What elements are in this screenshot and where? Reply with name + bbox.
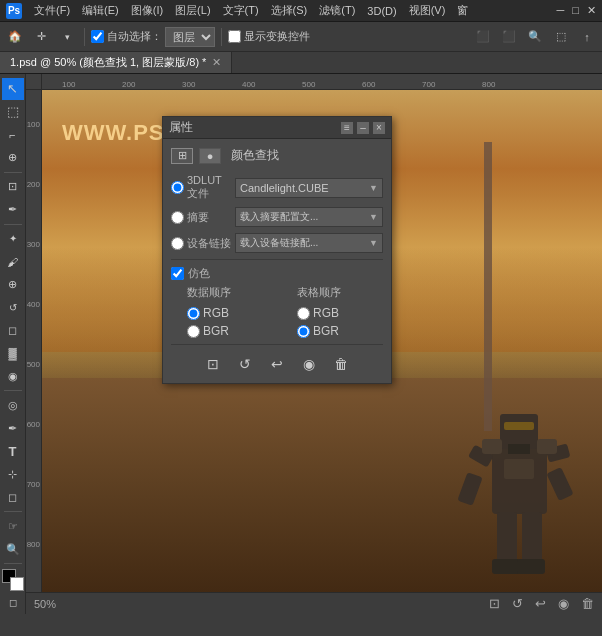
lut-label: 3DLUT 文件 [187, 174, 231, 201]
ruler-corner [26, 74, 42, 90]
panel-tab-circle[interactable]: ● [199, 148, 221, 164]
window-minimize-btn[interactable]: ─ [557, 4, 565, 17]
ruler-mark-v100: 100 [27, 120, 40, 129]
history-brush-tool[interactable]: ↺ [2, 297, 24, 319]
ruler-mark-500: 500 [302, 80, 315, 89]
align-center-btn[interactable]: ⬛ [498, 26, 520, 48]
ruler-top: 100 200 300 400 500 600 700 800 [42, 74, 602, 90]
menu-window[interactable]: 窗 [457, 3, 468, 18]
lut-radio[interactable] [171, 181, 184, 194]
menu-filter[interactable]: 滤镜(T) [319, 3, 355, 18]
menu-3d[interactable]: 3D(D) [367, 5, 396, 17]
menu-file[interactable]: 文件(F) [34, 3, 70, 18]
canvas-wrapper[interactable]: 100 200 300 400 500 600 700 800 100 200 … [26, 74, 602, 614]
menu-layer[interactable]: 图层(L) [175, 3, 210, 18]
brush-tool[interactable]: 🖌 [2, 251, 24, 273]
crop-tool[interactable]: ⊡ [2, 176, 24, 198]
status-redo-btn[interactable]: ↺ [512, 596, 523, 611]
svg-rect-14 [537, 439, 557, 454]
zoom-tool[interactable]: 🔍 [2, 538, 24, 560]
panel-menu-btn[interactable]: ≡ [341, 122, 353, 134]
auto-select-checkbox[interactable] [91, 30, 104, 43]
data-bgr-radio[interactable] [187, 325, 200, 338]
lasso-tool[interactable]: ⌐ [2, 124, 24, 146]
menu-view[interactable]: 视图(V) [409, 3, 446, 18]
window-maximize-btn[interactable]: □ [572, 4, 579, 17]
window-close-btn[interactable]: ✕ [587, 4, 596, 17]
move-tool-left[interactable]: ↖ [2, 78, 24, 100]
clone-tool[interactable]: ⊕ [2, 274, 24, 296]
order-section: 数据顺序 表格顺序 RGB [187, 285, 383, 338]
ruler-mark-v300: 300 [27, 240, 40, 249]
abstract-radio[interactable] [171, 211, 184, 224]
menu-text[interactable]: 文字(T) [223, 3, 259, 18]
svg-rect-1 [500, 414, 538, 449]
menu-select[interactable]: 选择(S) [271, 3, 308, 18]
auto-select-dropdown[interactable]: 图层 [165, 27, 215, 47]
panel-tab-grid[interactable]: ⊞ [171, 148, 193, 164]
status-right: ⊡ ↺ ↩ ◉ 🗑 [489, 596, 594, 611]
status-undo-btn[interactable]: ↩ [535, 596, 546, 611]
abstract-radio-label[interactable]: 摘要 [171, 210, 231, 225]
quick-mask-btn[interactable]: ◻ [2, 592, 24, 614]
canvas-bg[interactable]: WWW.PSAHZ.COM [42, 90, 602, 614]
rect-select-tool[interactable]: ⬚ [2, 101, 24, 123]
table-bgr-label: BGR [313, 324, 339, 338]
foreground-color[interactable] [2, 569, 24, 591]
dither-checkbox[interactable] [171, 267, 184, 280]
type-tool[interactable]: T [2, 440, 24, 462]
table-rgb-radio[interactable] [297, 307, 310, 320]
arrange-btn[interactable]: ⬚ [550, 26, 572, 48]
home-btn[interactable]: 🏠 [4, 26, 26, 48]
robot-svg [452, 384, 582, 614]
move-tool-btn[interactable]: ✛ [30, 26, 52, 48]
doc-tab-close[interactable]: ✕ [212, 56, 221, 69]
lut-dropdown-arrow: ▼ [369, 183, 378, 193]
sep1 [84, 28, 85, 46]
ruler-mark-400: 400 [242, 80, 255, 89]
panel-body: ⊞ ● 颜色查找 3DLUT 文件 Candlelight.CUBE ▼ [163, 139, 391, 383]
magic-wand-tool[interactable]: ⊕ [2, 147, 24, 169]
menu-edit[interactable]: 编辑(E) [82, 3, 119, 18]
abstract-dropdown[interactable]: 载入摘要配置文... ▼ [235, 207, 383, 227]
status-grid-btn[interactable]: ⊡ [489, 596, 500, 611]
panel-minimize-btn[interactable]: – [357, 122, 369, 134]
blur-tool[interactable]: ◉ [2, 365, 24, 387]
ruler-mark-v500: 500 [27, 360, 40, 369]
path-select-tool[interactable]: ⊹ [2, 463, 24, 485]
menu-image[interactable]: 图像(I) [131, 3, 163, 18]
table-bgr-radio[interactable] [297, 325, 310, 338]
eyedropper-tool[interactable]: ✒ [2, 199, 24, 221]
ruler-mark-v600: 600 [27, 420, 40, 429]
panel-undo-btn[interactable]: ↩ [266, 353, 288, 375]
transform-checkbox[interactable] [228, 30, 241, 43]
dodge-tool[interactable]: ◎ [2, 394, 24, 416]
tool-sep2 [4, 224, 22, 225]
device-dropdown[interactable]: 载入设备链接配... ▼ [235, 233, 383, 253]
device-radio-label[interactable]: 设备链接 [171, 236, 231, 251]
eraser-tool[interactable]: ◻ [2, 320, 24, 342]
pen-tool[interactable]: ✒ [2, 417, 24, 439]
move-tool-arrow: ▾ [56, 26, 78, 48]
panel-redo-btn[interactable]: ↺ [234, 353, 256, 375]
share-btn[interactable]: ↑ [576, 26, 598, 48]
lut-radio-label[interactable]: 3DLUT 文件 [171, 174, 231, 201]
gradient-tool[interactable]: ▓ [2, 342, 24, 364]
panel-close-btn[interactable]: × [373, 122, 385, 134]
ruler-mark-v700: 700 [27, 480, 40, 489]
panel-visibility-btn[interactable]: ◉ [298, 353, 320, 375]
shape-tool[interactable]: ◻ [2, 486, 24, 508]
search-btn[interactable]: 🔍 [524, 26, 546, 48]
status-eye-btn[interactable]: ◉ [558, 596, 569, 611]
device-radio[interactable] [171, 237, 184, 250]
lut-row: 3DLUT 文件 Candlelight.CUBE ▼ [171, 174, 383, 201]
hand-tool[interactable]: ☞ [2, 515, 24, 537]
panel-delete-btn[interactable]: 🗑 [330, 353, 352, 375]
status-trash-btn[interactable]: 🗑 [581, 596, 594, 611]
lut-dropdown[interactable]: Candlelight.CUBE ▼ [235, 178, 383, 198]
data-rgb-radio[interactable] [187, 307, 200, 320]
doc-tab[interactable]: 1.psd @ 50% (颜色查找 1, 图层蒙版/8) * ✕ [0, 52, 232, 73]
healing-tool[interactable]: ✦ [2, 228, 24, 250]
align-left-btn[interactable]: ⬛ [472, 26, 494, 48]
panel-grid-btn[interactable]: ⊡ [202, 353, 224, 375]
